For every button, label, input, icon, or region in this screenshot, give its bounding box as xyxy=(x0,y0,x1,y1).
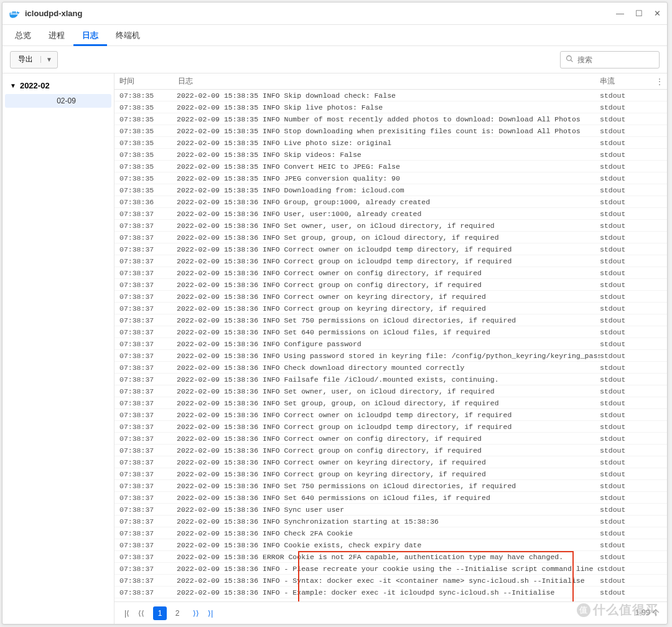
table-row[interactable]: 07:38:372022-02-09 15:38:36 INFO - Pleas… xyxy=(114,563,667,575)
table-row[interactable]: 07:38:352022-02-09 15:38:35 INFO Live ph… xyxy=(114,137,667,149)
table-row[interactable]: 07:38:372022-02-09 15:38:36 INFO Sync us… xyxy=(114,504,667,516)
table-row[interactable]: 07:38:372022-02-09 15:38:36 INFO User, u… xyxy=(114,208,667,220)
cell-stream: stdout xyxy=(600,470,667,478)
table-row[interactable]: 07:38:372022-02-09 15:38:36 INFO Restart… xyxy=(114,598,667,601)
table-row[interactable]: 07:38:372022-02-09 15:38:36 INFO Correct… xyxy=(114,445,667,456)
cell-log: 2022-02-09 15:38:35 INFO Downloading fro… xyxy=(177,186,600,194)
table-row[interactable]: 07:38:372022-02-09 15:38:36 INFO Correct… xyxy=(114,279,667,291)
cell-time: 07:38:37 xyxy=(114,281,177,289)
table-row[interactable]: 07:38:372022-02-09 15:38:36 INFO Configu… xyxy=(114,338,667,350)
cell-log: 2022-02-09 15:38:36 INFO Correct owner o… xyxy=(177,435,600,443)
next-page-button[interactable]: ⟩⟩ xyxy=(190,608,202,619)
cell-stream: stdout xyxy=(600,293,667,301)
cell-log: 2022-02-09 15:38:36 INFO Sync user user xyxy=(177,506,600,514)
table-row[interactable]: 07:38:372022-02-09 15:38:36 INFO - Synta… xyxy=(114,575,667,587)
table-row[interactable]: 07:38:352022-02-09 15:38:35 INFO Skip do… xyxy=(114,90,667,101)
table-row[interactable]: 07:38:372022-02-09 15:38:36 INFO Check d… xyxy=(114,362,667,374)
table-row[interactable]: 07:38:352022-02-09 15:38:35 INFO Number … xyxy=(114,113,667,125)
table-row[interactable]: 07:38:372022-02-09 15:38:36 INFO Set 750… xyxy=(114,314,667,326)
tabs: 总览进程日志终端机 xyxy=(2,25,667,46)
tab-总览[interactable]: 总览 xyxy=(6,25,40,46)
table-row[interactable]: 07:38:352022-02-09 15:38:35 INFO Skip vi… xyxy=(114,149,667,161)
cell-time: 07:38:37 xyxy=(114,541,177,549)
col-log-header[interactable]: 日志 xyxy=(177,76,600,87)
minimize-button[interactable]: — xyxy=(616,9,624,18)
page-1[interactable]: 1 xyxy=(153,606,167,620)
table-row[interactable]: 07:38:372022-02-09 15:38:36 INFO Correct… xyxy=(114,243,667,255)
cell-time: 07:38:37 xyxy=(114,328,177,336)
cell-stream: stdout xyxy=(600,600,667,602)
chevron-down-icon[interactable]: ▼ xyxy=(40,56,57,63)
cell-log: 2022-02-09 15:38:36 INFO - Syntax: docke… xyxy=(177,577,600,585)
tree-day-node[interactable]: 02-09 xyxy=(5,94,111,108)
prev-page-button[interactable]: ⟨⟨ xyxy=(136,608,147,619)
table-row[interactable]: 07:38:372022-02-09 15:38:36 INFO Correct… xyxy=(114,409,667,421)
table-row[interactable]: 07:38:362022-02-09 15:38:36 INFO Group, … xyxy=(114,196,667,208)
column-menu-icon[interactable]: ⋮ xyxy=(652,77,667,86)
table-row[interactable]: 07:38:372022-02-09 15:38:36 INFO Failsaf… xyxy=(114,374,667,385)
cell-time: 07:38:35 xyxy=(114,139,177,147)
cell-stream: stdout xyxy=(600,139,667,147)
search-input[interactable] xyxy=(577,55,652,64)
table-row[interactable]: 07:38:372022-02-09 15:38:36 INFO Set own… xyxy=(114,385,667,397)
cell-log: 2022-02-09 15:38:36 INFO Correct group o… xyxy=(177,446,600,455)
table-row[interactable]: 07:38:372022-02-09 15:38:36 INFO Correct… xyxy=(114,433,667,445)
table-row[interactable]: 07:38:352022-02-09 15:38:35 INFO JPEG co… xyxy=(114,172,667,184)
table-row[interactable]: 07:38:372022-02-09 15:38:36 INFO Correct… xyxy=(114,267,667,279)
content: ▼ 2022-02 02-09 时间 日志 串流 ⋮ 07:38:352022-… xyxy=(2,73,667,624)
cell-stream: stdout xyxy=(600,352,667,360)
log-rows[interactable]: 07:38:352022-02-09 15:38:35 INFO Skip do… xyxy=(114,90,667,601)
tab-日志[interactable]: 日志 xyxy=(73,25,107,46)
table-row[interactable]: 07:38:372022-02-09 15:38:36 INFO Correct… xyxy=(114,421,667,433)
tab-进程[interactable]: 进程 xyxy=(40,25,73,46)
table-row[interactable]: 07:38:352022-02-09 15:38:35 INFO Stop do… xyxy=(114,125,667,137)
last-page-button[interactable]: ⟩| xyxy=(205,608,215,619)
cell-log: 2022-02-09 15:38:36 INFO Using password … xyxy=(177,352,600,360)
search-icon xyxy=(566,55,574,65)
tab-终端机[interactable]: 终端机 xyxy=(107,25,149,46)
table-row[interactable]: 07:38:372022-02-09 15:38:36 INFO Set 640… xyxy=(114,492,667,504)
table-row[interactable]: 07:38:352022-02-09 15:38:35 INFO Skip li… xyxy=(114,101,667,113)
cell-stream: stdout xyxy=(600,577,667,585)
search-box[interactable] xyxy=(560,51,660,68)
table-row[interactable]: 07:38:372022-02-09 15:38:36 INFO Set gro… xyxy=(114,397,667,409)
table-row[interactable]: 07:38:372022-02-09 15:38:36 INFO Correct… xyxy=(114,468,667,480)
cell-log: 2022-02-09 15:38:36 INFO Check 2FA Cooki… xyxy=(177,529,600,537)
table-row[interactable]: 07:38:372022-02-09 15:38:36 INFO Set 640… xyxy=(114,326,667,338)
cell-stream: stdout xyxy=(600,435,667,443)
table-row[interactable]: 07:38:372022-02-09 15:38:36 INFO Correct… xyxy=(114,291,667,303)
table-row[interactable]: 07:38:352022-02-09 15:38:35 INFO Downloa… xyxy=(114,184,667,196)
cell-log: 2022-02-09 15:38:35 INFO Skip live photo… xyxy=(177,103,600,111)
tree-year-node[interactable]: ▼ 2022-02 xyxy=(2,78,114,93)
cell-time: 07:38:37 xyxy=(114,529,177,537)
table-row[interactable]: 07:38:372022-02-09 15:38:36 INFO Synchro… xyxy=(114,516,667,527)
window-controls: — ☐ ✕ xyxy=(616,9,661,18)
table-row[interactable]: 07:38:372022-02-09 15:38:36 INFO Correct… xyxy=(114,303,667,314)
table-row[interactable]: 07:38:372022-02-09 15:38:36 INFO Set own… xyxy=(114,220,667,232)
export-button[interactable]: 导出 ▼ xyxy=(10,51,58,68)
page-numbers: 12 xyxy=(153,606,184,620)
table-row[interactable]: 07:38:372022-02-09 15:38:36 INFO Check 2… xyxy=(114,527,667,539)
table-row[interactable]: 07:38:372022-02-09 15:38:36 INFO Correct… xyxy=(114,456,667,468)
cell-log: 2022-02-09 15:38:35 INFO Skip download c… xyxy=(177,92,600,100)
cell-log: 2022-02-09 15:38:36 INFO Set 640 permiss… xyxy=(177,328,600,336)
table-row[interactable]: 07:38:372022-02-09 15:38:36 INFO Set gro… xyxy=(114,232,667,243)
page-2[interactable]: 2 xyxy=(170,606,184,620)
close-button[interactable]: ✕ xyxy=(654,9,661,18)
maximize-button[interactable]: ☐ xyxy=(635,9,643,18)
table-row[interactable]: 07:38:372022-02-09 15:38:36 INFO Using p… xyxy=(114,350,667,362)
cell-time: 07:38:37 xyxy=(114,340,177,348)
first-page-button[interactable]: |⟨ xyxy=(122,608,132,619)
col-time-header[interactable]: 时间 xyxy=(114,76,177,87)
table-row[interactable]: 07:38:372022-02-09 15:38:36 INFO Set 750… xyxy=(114,480,667,492)
table-row[interactable]: 07:38:372022-02-09 15:38:36 INFO Cookie … xyxy=(114,539,667,551)
cell-log: 2022-02-09 15:38:36 INFO Configure passw… xyxy=(177,340,600,348)
table-row[interactable]: 07:38:372022-02-09 15:38:36 INFO Correct… xyxy=(114,255,667,267)
table-row[interactable]: 07:38:372022-02-09 15:38:36 INFO - Examp… xyxy=(114,587,667,598)
table-row[interactable]: 07:38:372022-02-09 15:38:36 ERROR Cookie… xyxy=(114,551,667,563)
cell-stream: stdout xyxy=(600,210,667,218)
table-row[interactable]: 07:38:352022-02-09 15:38:35 INFO Convert… xyxy=(114,161,667,172)
cell-stream: stdout xyxy=(600,92,667,100)
col-stream-header[interactable]: 串流 xyxy=(600,76,652,87)
cell-time: 07:38:37 xyxy=(114,304,177,313)
